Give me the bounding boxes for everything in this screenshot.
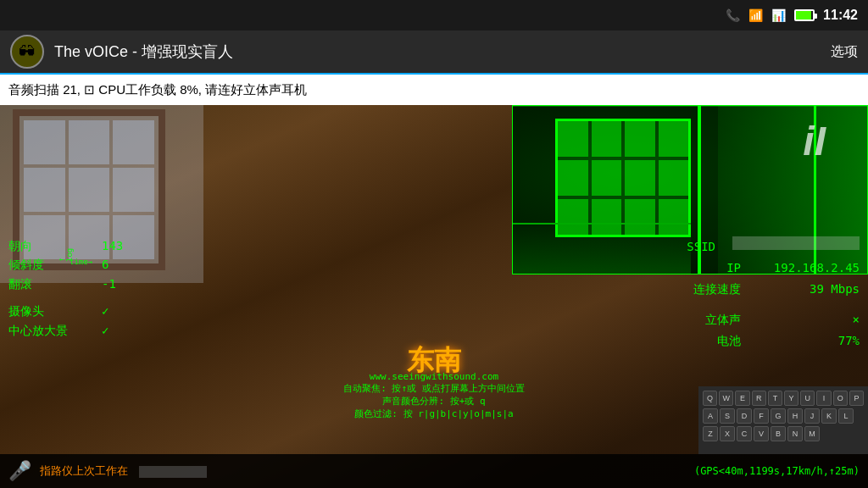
battery-indicator xyxy=(794,9,815,21)
app-title: The vOICe - 增强现实盲人 xyxy=(54,42,831,62)
status-bar: 📞 📶 📊 11:42 xyxy=(0,0,868,30)
app-header: 🕶 The vOICe - 增强现实盲人 选项 xyxy=(0,30,868,75)
main-content: iI ↑log time→ 朝向 143 倾斜度 6 翻滚 -1 摄像头 xyxy=(0,105,868,488)
info-bar: 音频扫描 21, ⊡ CPU工作负载 8%, 请连好立体声耳机 xyxy=(0,75,868,105)
ii-overlay-text: iI xyxy=(803,118,826,164)
options-button[interactable]: 选项 xyxy=(831,43,858,61)
wifi-icon: 📶 xyxy=(748,8,763,22)
time-display: 11:42 xyxy=(823,8,858,23)
app-logo: 🕶 xyxy=(10,35,44,69)
info-bar-text: 音频扫描 21, ⊡ CPU工作负载 8%, 请连好立体声耳机 xyxy=(8,82,307,98)
phone-icon: 📞 xyxy=(726,8,740,22)
signal-icon: 📊 xyxy=(771,8,786,22)
